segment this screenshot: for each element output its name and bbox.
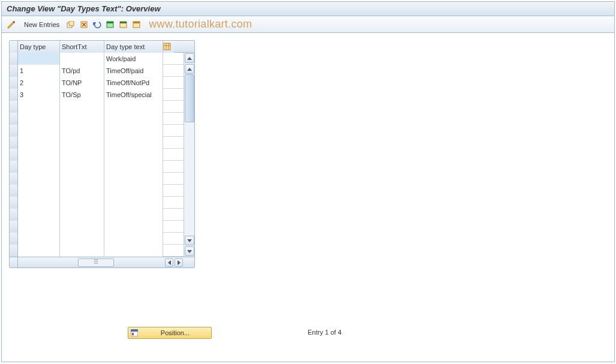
scroll-page-down-button[interactable] <box>185 236 194 245</box>
table-row[interactable] <box>10 161 184 173</box>
cell-shorttxt[interactable] <box>60 221 104 233</box>
cell-shorttxt[interactable] <box>60 53 104 65</box>
row-selector[interactable] <box>10 113 18 125</box>
cell-daytyptxt[interactable] <box>104 233 163 245</box>
cell-shorttxt[interactable] <box>60 209 104 221</box>
row-selector[interactable] <box>10 149 18 161</box>
undo-button[interactable] <box>91 19 103 31</box>
toggle-display-button[interactable] <box>5 19 19 31</box>
cell-daytype[interactable] <box>18 161 60 173</box>
cell-daytype[interactable] <box>18 185 60 197</box>
table-row[interactable]: Work/paid <box>10 53 184 65</box>
scroll-thumb[interactable] <box>185 74 194 122</box>
cell-daytyptxt[interactable]: TimeOff/NotPd <box>104 77 163 89</box>
cell-shorttxt[interactable] <box>60 185 104 197</box>
cell-daytype[interactable]: 2 <box>18 77 60 89</box>
cell-shorttxt[interactable] <box>60 149 104 161</box>
cell-daytyptxt[interactable] <box>104 173 163 185</box>
column-header-daytype[interactable]: Day type <box>18 41 60 53</box>
row-selector[interactable] <box>10 77 18 89</box>
cell-daytype[interactable] <box>18 221 60 233</box>
table-row[interactable]: 3TO/SpTimeOff/special <box>10 89 184 101</box>
row-selector[interactable] <box>10 137 18 149</box>
table-row[interactable] <box>10 137 184 149</box>
table-row[interactable] <box>10 221 184 233</box>
copy-button[interactable] <box>65 19 77 31</box>
cell-daytyptxt[interactable] <box>104 101 163 113</box>
select-all-header[interactable] <box>10 41 18 53</box>
cell-shorttxt[interactable]: TO/NP <box>60 77 104 89</box>
row-selector[interactable] <box>10 89 18 101</box>
cell-daytype[interactable] <box>18 209 60 221</box>
table-row[interactable] <box>10 245 184 257</box>
cell-daytyptxt[interactable]: Work/paid <box>104 53 163 65</box>
scroll-page-up-button[interactable] <box>185 64 194 74</box>
scroll-down-button[interactable] <box>185 246 194 256</box>
new-entries-button[interactable]: New Entries <box>20 19 64 31</box>
cell-daytype[interactable]: 3 <box>18 89 60 101</box>
row-selector[interactable] <box>10 233 18 245</box>
table-row[interactable] <box>10 197 184 209</box>
cell-daytyptxt[interactable] <box>104 185 163 197</box>
cell-daytyptxt[interactable] <box>104 245 163 257</box>
cell-daytyptxt[interactable] <box>104 113 163 125</box>
cell-daytyptxt[interactable]: TimeOff/paid <box>104 65 163 77</box>
cell-daytyptxt[interactable]: TimeOff/special <box>104 89 163 101</box>
horizontal-scroll-thumb[interactable]: ⠿ <box>78 258 114 267</box>
scroll-left-button[interactable] <box>165 258 173 267</box>
table-row[interactable] <box>10 149 184 161</box>
cell-shorttxt[interactable] <box>60 197 104 209</box>
cell-shorttxt[interactable] <box>60 125 104 137</box>
cell-daytype[interactable] <box>18 113 60 125</box>
table-row[interactable] <box>10 209 184 221</box>
select-block-button[interactable] <box>118 19 130 31</box>
row-selector[interactable] <box>10 53 18 65</box>
table-row[interactable] <box>10 185 184 197</box>
deselect-all-button[interactable] <box>131 19 143 31</box>
row-selector[interactable] <box>10 173 18 185</box>
cell-daytype[interactable] <box>18 233 60 245</box>
cell-shorttxt[interactable] <box>60 137 104 149</box>
delete-button[interactable] <box>78 19 90 31</box>
cell-shorttxt[interactable]: TO/pd <box>60 65 104 77</box>
table-row[interactable] <box>10 125 184 137</box>
table-row[interactable] <box>10 101 184 113</box>
cell-shorttxt[interactable] <box>60 173 104 185</box>
cell-daytyptxt[interactable] <box>104 137 163 149</box>
cell-daytype[interactable] <box>18 101 60 113</box>
cell-daytyptxt[interactable] <box>104 161 163 173</box>
table-row[interactable] <box>10 233 184 245</box>
row-selector[interactable] <box>10 245 18 257</box>
row-selector[interactable] <box>10 125 18 137</box>
column-header-shorttxt[interactable]: ShortTxt <box>60 41 104 53</box>
cell-daytype[interactable] <box>18 173 60 185</box>
cell-shorttxt[interactable] <box>60 233 104 245</box>
cell-daytype[interactable] <box>18 125 60 137</box>
cell-shorttxt[interactable] <box>60 161 104 173</box>
row-selector[interactable] <box>10 161 18 173</box>
row-selector[interactable] <box>10 209 18 221</box>
cell-daytype[interactable] <box>18 197 60 209</box>
configure-columns-button[interactable] <box>163 41 174 53</box>
table-row[interactable]: 2TO/NPTimeOff/NotPd <box>10 77 184 89</box>
cell-shorttxt[interactable] <box>60 245 104 257</box>
row-selector[interactable] <box>10 197 18 209</box>
table-row[interactable]: 1TO/pdTimeOff/paid <box>10 65 184 77</box>
scroll-right-button[interactable] <box>175 258 183 267</box>
cell-daytyptxt[interactable] <box>104 149 163 161</box>
cell-daytyptxt[interactable] <box>104 221 163 233</box>
cell-daytype[interactable] <box>18 245 60 257</box>
cell-daytyptxt[interactable] <box>104 197 163 209</box>
position-button[interactable]: Position... <box>128 327 212 339</box>
select-all-button[interactable] <box>104 19 116 31</box>
scroll-track[interactable] <box>185 74 194 235</box>
cell-daytype[interactable]: 1 <box>18 65 60 77</box>
scroll-up-button[interactable] <box>185 53 194 63</box>
row-selector[interactable] <box>10 185 18 197</box>
column-header-daytyptxt[interactable]: Day type text <box>104 41 163 53</box>
cell-daytyptxt[interactable] <box>104 209 163 221</box>
cell-daytype[interactable] <box>18 137 60 149</box>
cell-shorttxt[interactable] <box>60 113 104 125</box>
cell-shorttxt[interactable] <box>60 101 104 113</box>
cell-daytype[interactable] <box>18 149 60 161</box>
